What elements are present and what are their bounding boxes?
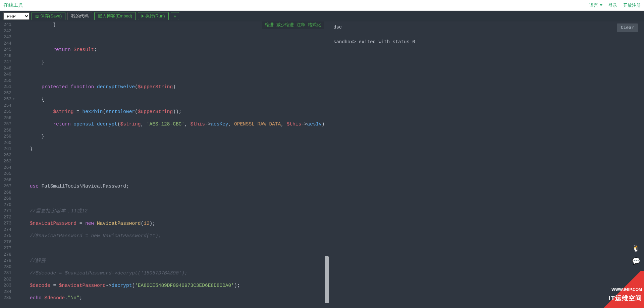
run-button[interactable]: 执行(Run) xyxy=(138,12,169,20)
line-number: 243 xyxy=(0,34,11,41)
line-number: 274 xyxy=(0,227,11,233)
code-line[interactable]: $decode = $navicatPassword->decrypt('EA8… xyxy=(18,283,324,289)
code-line[interactable] xyxy=(18,103,324,109)
wechat-icon[interactable]: 💬 xyxy=(632,257,639,264)
line-number: 277 xyxy=(0,245,11,252)
main-area: 2412422432442452462472482492502512522532… xyxy=(0,21,644,308)
line-number: 261 xyxy=(0,146,11,152)
line-number: 255 xyxy=(0,109,11,115)
code-line[interactable]: } xyxy=(18,59,324,65)
line-number: 263 xyxy=(0,158,11,165)
site-title: 在线工具 xyxy=(3,2,23,8)
code-line[interactable]: protected function decryptTwelve($upperS… xyxy=(18,84,324,90)
code-line[interactable]: $string = hex2bin(strtolower($upperStrin… xyxy=(18,109,324,115)
line-number: 253 xyxy=(0,96,11,103)
code-line[interactable] xyxy=(18,127,324,134)
code-line[interactable]: //$navicatPassword = new NavicatPassword… xyxy=(18,233,324,239)
code-line[interactable] xyxy=(18,171,324,177)
code-line[interactable] xyxy=(18,202,324,208)
qq-icon[interactable]: 🐧 xyxy=(632,244,639,252)
code-line[interactable] xyxy=(18,239,324,246)
code-line[interactable]: } xyxy=(18,146,324,152)
line-number: 268 xyxy=(0,190,11,196)
code-line[interactable] xyxy=(18,196,324,202)
line-number: 260 xyxy=(0,140,11,146)
code-line[interactable] xyxy=(18,252,324,258)
floating-icons: 🐧 💬 xyxy=(632,244,639,264)
code-line[interactable] xyxy=(18,90,324,97)
indent-action[interactable]: 缩进 xyxy=(265,22,274,29)
language-label: 语言 xyxy=(589,2,598,8)
code-line[interactable] xyxy=(18,289,324,295)
line-number: 259 xyxy=(0,134,11,140)
code-line[interactable] xyxy=(18,276,324,283)
add-button[interactable]: + xyxy=(171,12,179,20)
line-number: 262 xyxy=(0,152,11,159)
code-line[interactable]: } xyxy=(18,134,324,140)
code-line[interactable] xyxy=(18,227,324,233)
login-link[interactable]: 登录 xyxy=(608,2,617,8)
code-line[interactable]: { xyxy=(18,96,324,103)
code-line[interactable] xyxy=(18,71,324,78)
line-number: 266 xyxy=(0,177,11,184)
code-line[interactable] xyxy=(18,140,324,146)
line-number: 278 xyxy=(0,252,11,258)
chevron-down-icon xyxy=(600,4,602,6)
code-editor[interactable]: 2412422432442452462472482492502512522532… xyxy=(0,21,324,308)
save-button[interactable]: 保存(Save) xyxy=(32,12,65,20)
code-line[interactable]: //解密 xyxy=(18,258,324,264)
embed-button[interactable]: 嵌入博客(Embed) xyxy=(94,12,136,20)
unindent-action[interactable]: 减少缩进 xyxy=(276,22,294,29)
line-number: 249 xyxy=(0,71,11,78)
line-number: 275 xyxy=(0,233,11,239)
output-line: dsc xyxy=(333,23,641,31)
line-number: 272 xyxy=(0,214,11,221)
code-line[interactable] xyxy=(18,115,324,121)
line-number: 267 xyxy=(0,183,11,190)
code-line[interactable] xyxy=(18,165,324,171)
code-area[interactable]: } return $result; } protected function d… xyxy=(13,21,324,308)
code-line[interactable] xyxy=(18,53,324,59)
code-line[interactable]: //$decode = $navicatPassword->decrypt('1… xyxy=(18,270,324,276)
clear-button[interactable]: Clear xyxy=(617,23,638,32)
mycode-button-label: 我的代码 xyxy=(71,13,89,19)
code-line[interactable]: $navicatPassword = new NavicatPassword(1… xyxy=(18,220,324,227)
play-icon xyxy=(142,14,144,18)
line-number: 264 xyxy=(0,165,11,171)
scrollbar-thumb[interactable] xyxy=(325,256,329,303)
code-line[interactable]: return $result; xyxy=(18,47,324,53)
editor-scrollbar[interactable] xyxy=(324,21,330,308)
code-line[interactable] xyxy=(18,264,324,270)
code-line[interactable]: return openssl_decrypt($string, 'AES-128… xyxy=(18,121,324,127)
code-line[interactable] xyxy=(18,190,324,196)
code-line[interactable] xyxy=(18,152,324,159)
code-line[interactable] xyxy=(18,34,324,41)
line-number: 242 xyxy=(0,28,11,35)
line-number: 244 xyxy=(0,41,11,47)
code-line[interactable] xyxy=(18,245,324,252)
code-line[interactable] xyxy=(18,41,324,47)
line-number: 282 xyxy=(0,276,11,283)
comment-action[interactable]: 注释 xyxy=(297,22,305,29)
line-number: 265 xyxy=(0,171,11,177)
line-number: 245 xyxy=(0,47,11,53)
language-menu[interactable]: 语言 xyxy=(589,2,602,8)
code-line[interactable] xyxy=(18,177,324,184)
register-link[interactable]: 开放注册 xyxy=(623,2,641,8)
language-select[interactable]: PHP xyxy=(3,12,30,20)
mycode-button[interactable]: 我的代码 xyxy=(67,12,92,20)
page-header: 在线工具 语言 登录 开放注册 xyxy=(0,0,644,11)
line-number: 241 xyxy=(0,22,11,28)
line-number: 285 xyxy=(0,295,11,301)
code-line[interactable] xyxy=(18,214,324,221)
code-line[interactable]: echo $decode."\n"; xyxy=(18,295,324,301)
line-number: 270 xyxy=(0,202,11,208)
code-line[interactable]: use FatSmallTools\NavicatPassword; xyxy=(18,183,324,190)
output-line: sandbox> exited with status 0 xyxy=(333,38,641,46)
code-line[interactable] xyxy=(18,65,324,72)
format-action[interactable]: 格式化 xyxy=(308,22,321,29)
code-line[interactable]: //需要指定版本，11或12 xyxy=(18,208,324,214)
line-number: 254 xyxy=(0,103,11,109)
code-line[interactable] xyxy=(18,158,324,165)
code-line[interactable] xyxy=(18,78,324,84)
